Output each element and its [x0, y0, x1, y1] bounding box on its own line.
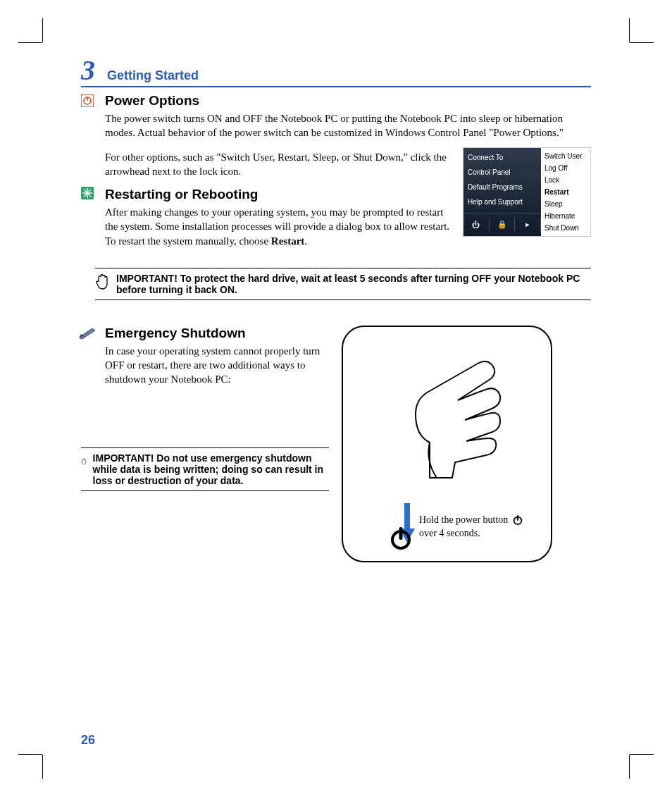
power-icon: ⏻ — [463, 217, 490, 233]
power-icon — [81, 94, 94, 107]
text-emergency-p1: In case your operating system cannot pro… — [105, 344, 329, 387]
heading-power-options: Power Options — [105, 93, 591, 109]
text-power-p1: The power switch turns ON and OFF the No… — [105, 111, 591, 140]
important-text-2: IMPORTANT! Do not use emergency shutdown… — [93, 452, 329, 486]
start-menu-right: Switch User Log Off Lock Restart Sleep H… — [541, 148, 590, 236]
menu-item-restart: Restart — [545, 186, 587, 198]
menu-item: Shut Down — [545, 222, 587, 234]
page-number: 26 — [81, 733, 95, 748]
start-menu-left: Connect To Control Panel Default Program… — [463, 148, 541, 236]
svg-rect-12 — [517, 515, 518, 521]
hand-illustration — [387, 337, 507, 492]
chapter-number: 3 — [81, 56, 94, 85]
power-button-icon — [388, 526, 413, 551]
power-icon — [512, 514, 523, 526]
important-text-1: IMPORTANT! To protect the hard drive, wa… — [116, 273, 591, 295]
important-callout-1: IMPORTANT! To protect the hard drive, wa… — [95, 268, 591, 300]
section-power-options: Power Options The power switch turns ON … — [81, 93, 591, 255]
menu-item: Help and Support — [468, 194, 537, 209]
menu-item: Control Panel — [468, 165, 537, 180]
illustration-caption: Hold the power button over 4 seconds. — [419, 514, 523, 539]
hand-stop-icon — [81, 452, 87, 471]
heading-restart: Restarting or Rebooting — [105, 187, 453, 202]
chapter-title: Getting Started — [107, 68, 199, 83]
menu-item: Hibernate — [545, 210, 587, 222]
text-power-p2: For other options, such as "Switch User,… — [105, 150, 453, 179]
menu-item: Switch User — [545, 150, 587, 162]
menu-item: Lock — [545, 174, 587, 186]
svg-rect-10 — [399, 527, 403, 540]
chevron-right-icon: ▸ — [515, 217, 541, 233]
chapter-header: 3 Getting Started — [81, 56, 591, 87]
restart-icon — [81, 187, 94, 199]
text-restart-p1: After making changes to your operating s… — [105, 205, 453, 248]
hand-stop-icon — [95, 273, 111, 291]
page-content: 3 Getting Started Power Options The powe… — [81, 56, 591, 748]
illustration-hold-power: Hold the power button over 4 seconds. — [342, 326, 552, 562]
menu-item: Log Off — [545, 162, 587, 174]
menu-item: Default Programs — [468, 180, 537, 194]
lock-icon: 🔒 — [490, 217, 516, 233]
section-emergency-shutdown: Emergency Shutdown In case your operatin… — [81, 326, 591, 562]
start-menu-screenshot: Connect To Control Panel Default Program… — [463, 147, 591, 237]
heading-emergency: Emergency Shutdown — [105, 326, 329, 341]
important-callout-2: IMPORTANT! Do not use emergency shutdown… — [81, 447, 329, 491]
start-menu-buttons: ⏻ 🔒 ▸ — [463, 213, 541, 236]
menu-item: Sleep — [545, 198, 587, 210]
menu-item: Connect To — [468, 150, 537, 165]
note-icon — [78, 326, 97, 340]
